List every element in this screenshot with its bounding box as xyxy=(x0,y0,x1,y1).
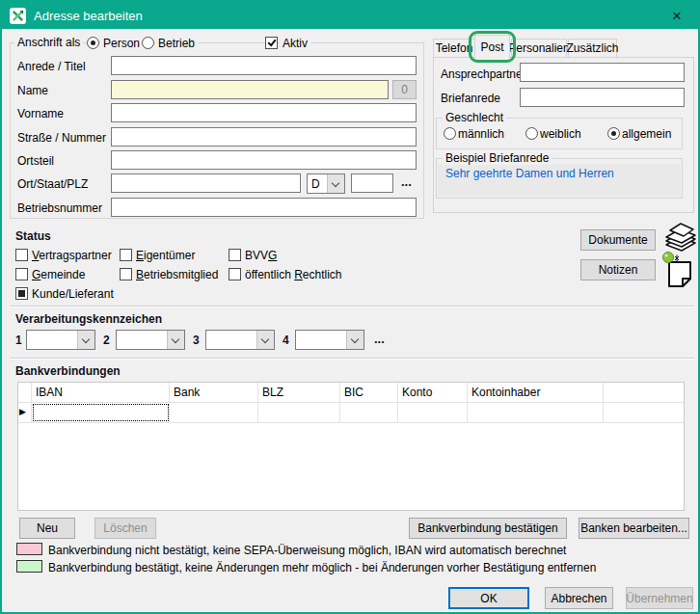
ort-input[interactable] xyxy=(111,174,301,193)
ort-label: Ort/Staat/PLZ xyxy=(17,177,88,191)
briefanrede-input[interactable] xyxy=(520,88,685,107)
beispiel-box: Sehr geehrte Damen und Herren xyxy=(438,164,681,197)
separator xyxy=(10,306,694,307)
column-header-blz[interactable]: BLZ xyxy=(258,383,340,402)
kunde-lieferant-checkbox[interactable] xyxy=(15,287,28,300)
column-header-bank[interactable]: Bank xyxy=(170,383,258,402)
strasse-input[interactable] xyxy=(111,127,417,147)
radio-weiblich-label[interactable]: weiblich xyxy=(540,127,581,141)
column-header-filler xyxy=(604,383,684,402)
ok-button[interactable]: OK xyxy=(448,587,529,609)
selector-column-header xyxy=(18,383,32,402)
gemeinde-checkbox[interactable] xyxy=(15,268,28,280)
neu-button[interactable]: Neu xyxy=(19,518,75,539)
chevron-down-icon[interactable] xyxy=(77,331,94,349)
column-header-iban[interactable]: IBAN xyxy=(32,383,170,402)
vk-label-2: 2 xyxy=(103,334,110,347)
close-icon[interactable]: × xyxy=(663,8,690,24)
name-input[interactable] xyxy=(111,80,389,99)
betriebsnummer-input[interactable] xyxy=(111,198,417,217)
radio-betrieb-label[interactable]: Betrieb xyxy=(155,37,198,50)
neu-label: Neu xyxy=(37,521,58,535)
radio-betrieb[interactable] xyxy=(142,37,154,49)
vk-label-3: 3 xyxy=(193,334,200,347)
eigentuemer-label[interactable]: Eigentümer xyxy=(136,249,195,262)
column-header-kontoinhaber[interactable]: Kontoinhaber xyxy=(468,383,604,402)
bvvg-label[interactable]: BVVG xyxy=(245,249,277,262)
row-selector-icon[interactable]: ▶ xyxy=(18,403,32,422)
note-icon[interactable] xyxy=(661,251,696,290)
radio-maennlich[interactable] xyxy=(444,127,456,140)
notizen-label: Notizen xyxy=(599,263,638,277)
oeffentlich-rechtlich-label[interactable]: öffentlich Rechtlich xyxy=(245,268,342,281)
oeffentlich-rechtlich-checkbox[interactable] xyxy=(229,268,241,280)
more-addresses-button[interactable]: ... xyxy=(401,175,412,189)
plz-input[interactable] xyxy=(351,174,393,193)
loeschen-label: Löschen xyxy=(103,521,147,535)
vertragspartner-label[interactable]: Vertragspartner xyxy=(32,249,112,262)
apply-button: Übernehmen xyxy=(626,587,693,609)
dokumente-button[interactable]: Dokumente xyxy=(580,229,656,251)
cancel-label: Abbrechen xyxy=(551,592,606,605)
legend-swatch-pink xyxy=(16,543,42,555)
bank-cell[interactable] xyxy=(170,403,258,422)
banken-bearbeiten-button[interactable]: Banken bearbeiten... xyxy=(579,518,689,539)
bankverbindung-bestaetigen-button[interactable]: Bankverbindung bestätigen xyxy=(409,518,567,539)
vk-select-1[interactable] xyxy=(26,330,95,350)
vk-select-2[interactable] xyxy=(116,330,185,350)
konto-cell[interactable] xyxy=(398,403,468,422)
bank-table[interactable]: IBAN Bank BLZ BIC Konto Kontoinhaber ▶ xyxy=(17,382,685,511)
bvvg-checkbox[interactable] xyxy=(229,249,241,261)
ansprechpartner-input[interactable] xyxy=(520,63,685,82)
radio-allgemein[interactable] xyxy=(607,127,620,140)
chevron-down-icon[interactable] xyxy=(327,174,344,193)
strasse-label: Straße / Nummer xyxy=(17,131,106,145)
bic-cell[interactable] xyxy=(340,403,398,422)
table-row[interactable]: ▶ xyxy=(18,403,684,423)
tab-zusaetzlich-label: Zusätzlich xyxy=(566,41,618,55)
aktiv-label[interactable]: Aktiv xyxy=(280,37,310,50)
radio-allgemein-label[interactable]: allgemein xyxy=(622,127,671,141)
country-select[interactable]: D xyxy=(307,174,345,194)
vk-select-3[interactable] xyxy=(205,330,275,350)
tab-telefon[interactable]: Telefon xyxy=(433,39,475,57)
dokumente-label: Dokumente xyxy=(588,233,647,247)
loeschen-button: Löschen xyxy=(94,518,156,539)
chevron-down-icon[interactable] xyxy=(167,331,184,349)
bankverbindungen-heading: Bankverbindungen xyxy=(15,364,121,378)
chevron-down-icon[interactable] xyxy=(346,331,363,349)
blz-cell[interactable] xyxy=(258,403,340,422)
chevron-down-icon[interactable] xyxy=(256,331,274,349)
radio-weiblich[interactable] xyxy=(525,127,538,140)
tab-personalien[interactable]: Personalien xyxy=(511,39,567,57)
vertragspartner-checkbox[interactable] xyxy=(15,249,28,261)
iban-cell-focused[interactable] xyxy=(32,403,170,422)
vk-more-button[interactable]: ... xyxy=(374,333,385,346)
eigentuemer-checkbox[interactable] xyxy=(120,249,132,261)
aktiv-checkbox[interactable] xyxy=(265,37,278,49)
notizen-button[interactable]: Notizen xyxy=(580,259,656,280)
betriebsmitglied-checkbox[interactable] xyxy=(120,268,132,280)
vk-select-4[interactable] xyxy=(295,330,364,350)
country-value: D xyxy=(311,177,320,191)
ortsteil-input[interactable] xyxy=(111,150,417,170)
gemeinde-label[interactable]: Gemeinde xyxy=(32,268,85,281)
cancel-button[interactable]: Abbrechen xyxy=(545,587,613,609)
tab-telefon-label: Telefon xyxy=(436,41,473,55)
column-header-bic[interactable]: BIC xyxy=(340,383,398,402)
ansprechpartner-label: Ansprechpartner xyxy=(441,67,526,81)
column-header-konto[interactable]: Konto xyxy=(398,383,468,402)
name-label: Name xyxy=(17,84,48,97)
kontoinhaber-cell[interactable] xyxy=(468,403,604,422)
radio-maennlich-label[interactable]: männlich xyxy=(458,127,504,141)
radio-person[interactable] xyxy=(87,37,99,49)
legend-swatch-green xyxy=(16,560,42,573)
tab-zusaetzlich[interactable]: Zusätzlich xyxy=(568,39,617,57)
anrede-input[interactable] xyxy=(111,56,417,75)
radio-person-label[interactable]: Person xyxy=(100,37,143,50)
tab-post[interactable]: Post xyxy=(474,35,510,58)
betriebsmitglied-label[interactable]: Betriebsmitglied xyxy=(136,268,218,281)
vorname-input[interactable] xyxy=(111,103,417,122)
dialog: Adresse bearbeiten × Anschrift als Perso… xyxy=(0,0,700,614)
kunde-lieferant-label[interactable]: Kunde/Lieferant xyxy=(32,287,114,301)
